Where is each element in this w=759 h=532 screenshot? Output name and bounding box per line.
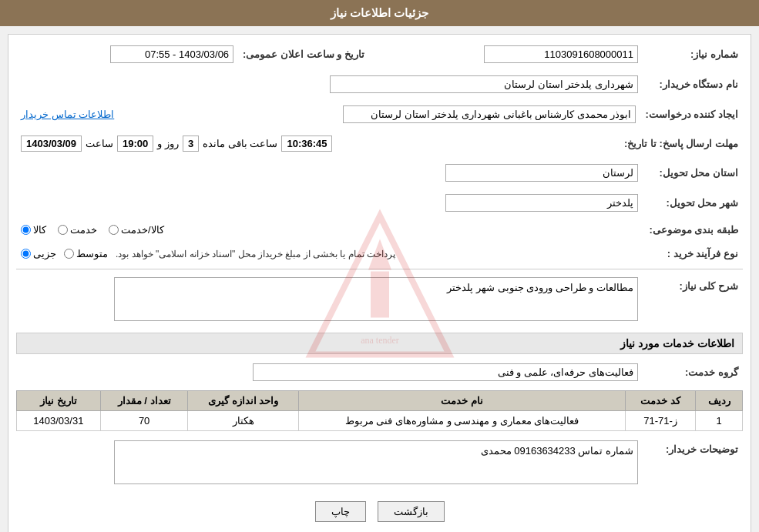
info-row-7: طبقه بندی موضوعی: کالا/خدمت خدمت کالا	[16, 221, 743, 239]
category-kala-khedmat-label: کالا/خدمت	[121, 224, 164, 236]
buyer-desc-label: توضیحات خریدار:	[643, 437, 743, 490]
info-row-5: استان محل تحویل:	[16, 161, 743, 185]
deadline-time-label: ساعت	[86, 138, 113, 149]
cell-unit: هکتار	[188, 411, 298, 431]
need-description-label: شرح کلی نیاز:	[643, 274, 743, 326]
service-group-input[interactable]	[253, 363, 638, 381]
service-group-row: گروه خدمت:	[16, 360, 743, 384]
info-row-4: مهلت ارسال پاسخ: تا تاریخ: 10:36:45 ساعت…	[16, 132, 743, 155]
service-group-label: گروه خدمت:	[643, 360, 743, 384]
delivery-province-input[interactable]	[445, 164, 638, 182]
buyer-desc-textarea[interactable]: شماره تماس 09163634233 محمدی	[114, 440, 638, 484]
purchase-note: پرداخت تمام یا بخشی از مبلغ خریداز محل "…	[116, 249, 395, 259]
buyer-desc-row: توضیحات خریدار: شماره تماس 09163634233 م…	[16, 437, 743, 490]
deadline-time-value: 19:00	[117, 136, 153, 152]
purchase-jozei-option[interactable]: جزیی	[21, 248, 56, 259]
info-row-2: نام دستگاه خریدار:	[16, 72, 743, 96]
col-service-code: کد خدمت	[626, 391, 696, 411]
need-description-row: شرح کلی نیاز: مطالعات و طراحی ورودی جنوب…	[16, 274, 743, 326]
deadline-date-value: 1403/03/09	[21, 136, 82, 152]
category-kala-label: کالا	[33, 224, 46, 236]
creator-label: ایجاد کننده درخواست:	[640, 102, 743, 126]
buyer-org-label: نام دستگاه خریدار:	[643, 72, 743, 96]
info-row-1: شماره نیاز: تاریخ و ساعت اعلان عمومی:	[16, 42, 743, 66]
days-label: روز و	[157, 138, 179, 149]
col-service-name: نام خدمت	[298, 391, 625, 411]
main-content: ana tender شماره نیاز: تاریخ و ساعت اعلا…	[8, 34, 751, 532]
category-kala-option[interactable]: کالا	[21, 224, 46, 236]
contact-link[interactable]: اطلاعات تماس خریدار	[21, 109, 114, 120]
category-khedmat-label: خدمت	[70, 224, 97, 236]
category-kala-radio[interactable]	[21, 225, 31, 235]
need-number-label: شماره نیاز:	[643, 42, 743, 66]
remaining-time-value: 10:36:45	[281, 136, 332, 152]
purchase-jozei-radio[interactable]	[21, 249, 31, 259]
info-row-6: شهر محل تحویل:	[16, 191, 743, 215]
purchase-motavsat-radio[interactable]	[64, 249, 74, 259]
purchase-jozei-label: جزیی	[33, 248, 56, 259]
cell-service-name: فعالیت‌های معماری و مهندسی و مشاوره‌های …	[298, 411, 625, 431]
category-khedmat-option[interactable]: خدمت	[58, 224, 97, 236]
services-table: ردیف کد خدمت نام خدمت واحد اندازه گیری ت…	[16, 390, 743, 431]
cell-service-code: ز-71-71	[626, 411, 696, 431]
print-button[interactable]: چاپ	[315, 501, 366, 522]
creator-input[interactable]	[343, 105, 636, 123]
category-khedmat-radio[interactable]	[58, 225, 68, 235]
col-row-num: ردیف	[696, 391, 743, 411]
purchase-type-label: نوع فرآیند خرید :	[643, 245, 743, 263]
buyer-org-input[interactable]	[330, 75, 638, 93]
category-label: طبقه بندی موضوعی:	[643, 221, 743, 239]
category-kala-khedmat-option[interactable]: کالا/خدمت	[109, 224, 164, 236]
bottom-buttons: بازگشت چاپ	[16, 501, 743, 522]
announce-date-label: تاریخ و ساعت اعلان عمومی:	[238, 42, 369, 66]
category-kala-khedmat-radio[interactable]	[109, 225, 119, 235]
delivery-city-label: شهر محل تحویل:	[643, 191, 743, 215]
purchase-motavsat-option[interactable]: متوسط	[64, 248, 108, 259]
back-button[interactable]: بازگشت	[378, 501, 445, 522]
table-row: 1 ز-71-71 فعالیت‌های معماری و مهندسی و م…	[17, 411, 743, 431]
need-description-textarea[interactable]: مطالعات و طراحی ورودی جنوبی شهر پلدختر	[114, 277, 638, 321]
cell-need-date: 1403/03/31	[17, 411, 101, 431]
cell-row-num: 1	[696, 411, 743, 431]
need-number-input[interactable]	[484, 45, 638, 63]
page-title: جزئیات اطلاعات نیاز	[331, 6, 428, 19]
announce-date-input[interactable]	[110, 45, 233, 63]
services-section-title: اطلاعات خدمات مورد نیاز	[16, 333, 743, 354]
col-need-date: تاریخ نیاز	[17, 391, 101, 411]
days-value: 3	[183, 136, 199, 152]
info-row-3: ایجاد کننده درخواست: اطلاعات تماس خریدار	[16, 102, 743, 126]
remaining-label: ساعت باقی مانده	[203, 138, 277, 149]
page-header: جزئیات اطلاعات نیاز	[0, 0, 759, 26]
purchase-motavsat-label: متوسط	[76, 248, 108, 259]
delivery-city-input[interactable]	[445, 194, 638, 212]
announce-date-value	[16, 42, 238, 66]
cell-quantity: 70	[100, 411, 188, 431]
col-quantity: تعداد / مقدار	[100, 391, 188, 411]
info-row-8: نوع فرآیند خرید : پرداخت تمام یا بخشی از…	[16, 245, 743, 263]
deadline-label: مهلت ارسال پاسخ: تا تاریخ:	[620, 132, 743, 155]
col-unit: واحد اندازه گیری	[188, 391, 298, 411]
need-number-value	[369, 42, 643, 66]
delivery-province-label: استان محل تحویل:	[643, 161, 743, 185]
